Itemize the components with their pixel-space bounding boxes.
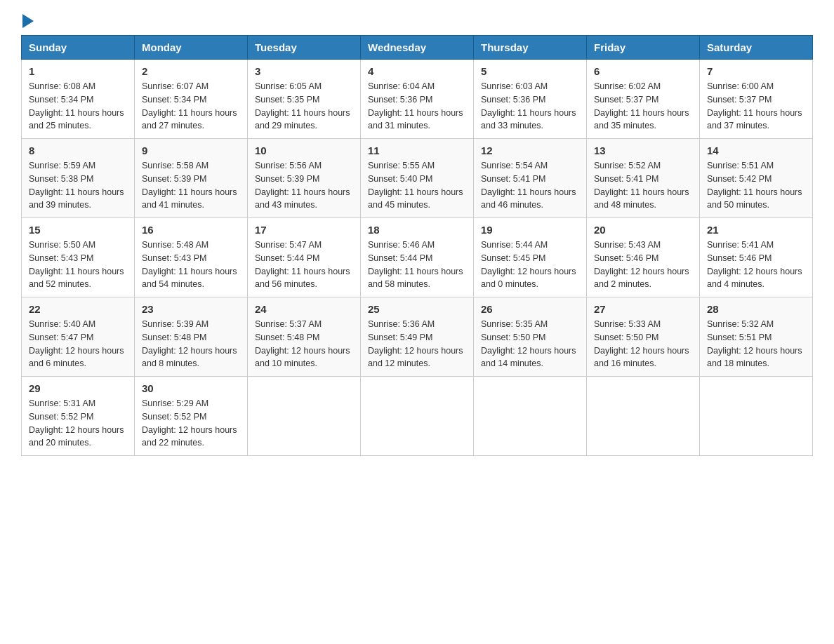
day-number: 19 — [481, 224, 579, 236]
calendar-cell — [587, 377, 700, 456]
day-number: 14 — [707, 145, 805, 156]
calendar-header-row: SundayMondayTuesdayWednesdayThursdayFrid… — [22, 36, 813, 60]
day-info: Sunrise: 5:47 AMSunset: 5:44 PMDaylight:… — [255, 239, 353, 291]
header-cell-thursday: Thursday — [474, 36, 587, 60]
calendar-cell: 5Sunrise: 6:03 AMSunset: 5:36 PMDaylight… — [474, 60, 587, 139]
day-number: 21 — [707, 224, 805, 236]
calendar-table: SundayMondayTuesdayWednesdayThursdayFrid… — [21, 35, 813, 456]
calendar-week-row: 1Sunrise: 6:08 AMSunset: 5:34 PMDaylight… — [22, 60, 813, 139]
day-info: Sunrise: 5:39 AMSunset: 5:48 PMDaylight:… — [142, 318, 240, 370]
calendar-cell: 9Sunrise: 5:58 AMSunset: 5:39 PMDaylight… — [135, 139, 248, 218]
calendar-cell: 18Sunrise: 5:46 AMSunset: 5:44 PMDayligh… — [361, 218, 474, 297]
calendar-week-row: 22Sunrise: 5:40 AMSunset: 5:47 PMDayligh… — [22, 297, 813, 377]
day-info: Sunrise: 6:04 AMSunset: 5:36 PMDaylight:… — [368, 80, 466, 133]
day-number: 24 — [255, 303, 353, 315]
day-info: Sunrise: 5:52 AMSunset: 5:41 PMDaylight:… — [594, 159, 692, 212]
header-cell-sunday: Sunday — [22, 36, 135, 60]
calendar-cell: 6Sunrise: 6:02 AMSunset: 5:37 PMDaylight… — [587, 60, 700, 139]
day-number: 8 — [29, 145, 127, 156]
calendar-cell: 10Sunrise: 5:56 AMSunset: 5:39 PMDayligh… — [248, 139, 361, 218]
calendar-cell: 24Sunrise: 5:37 AMSunset: 5:48 PMDayligh… — [248, 297, 361, 377]
day-number: 6 — [594, 65, 692, 77]
day-info: Sunrise: 5:50 AMSunset: 5:43 PMDaylight:… — [29, 239, 127, 291]
day-number: 10 — [255, 145, 353, 156]
day-number: 13 — [594, 145, 692, 156]
calendar-cell: 30Sunrise: 5:29 AMSunset: 5:52 PMDayligh… — [135, 377, 248, 456]
day-info: Sunrise: 5:56 AMSunset: 5:39 PMDaylight:… — [255, 159, 353, 212]
calendar-cell: 25Sunrise: 5:36 AMSunset: 5:49 PMDayligh… — [361, 297, 474, 377]
day-number: 3 — [255, 65, 353, 77]
day-info: Sunrise: 5:43 AMSunset: 5:46 PMDaylight:… — [594, 239, 692, 291]
calendar-cell: 16Sunrise: 5:48 AMSunset: 5:43 PMDayligh… — [135, 218, 248, 297]
page-header — [21, 14, 813, 28]
calendar-cell — [700, 377, 813, 456]
header-cell-saturday: Saturday — [700, 36, 813, 60]
day-number: 17 — [255, 224, 353, 236]
calendar-cell: 27Sunrise: 5:33 AMSunset: 5:50 PMDayligh… — [587, 297, 700, 377]
day-number: 29 — [29, 382, 127, 394]
calendar-week-row: 29Sunrise: 5:31 AMSunset: 5:52 PMDayligh… — [22, 377, 813, 456]
calendar-cell: 22Sunrise: 5:40 AMSunset: 5:47 PMDayligh… — [22, 297, 135, 377]
day-info: Sunrise: 6:03 AMSunset: 5:36 PMDaylight:… — [481, 80, 579, 133]
header-cell-monday: Monday — [135, 36, 248, 60]
day-number: 27 — [594, 303, 692, 315]
header-cell-tuesday: Tuesday — [248, 36, 361, 60]
calendar-cell — [248, 377, 361, 456]
calendar-cell: 7Sunrise: 6:00 AMSunset: 5:37 PMDaylight… — [700, 60, 813, 139]
day-number: 11 — [368, 145, 466, 156]
calendar-cell: 21Sunrise: 5:41 AMSunset: 5:46 PMDayligh… — [700, 218, 813, 297]
calendar-cell: 12Sunrise: 5:54 AMSunset: 5:41 PMDayligh… — [474, 139, 587, 218]
day-number: 7 — [707, 65, 805, 77]
logo — [21, 14, 35, 28]
day-info: Sunrise: 5:48 AMSunset: 5:43 PMDaylight:… — [142, 239, 240, 291]
day-number: 22 — [29, 303, 127, 315]
day-info: Sunrise: 6:00 AMSunset: 5:37 PMDaylight:… — [707, 80, 805, 133]
day-info: Sunrise: 5:46 AMSunset: 5:44 PMDaylight:… — [368, 239, 466, 291]
day-number: 1 — [29, 65, 127, 77]
day-info: Sunrise: 5:35 AMSunset: 5:50 PMDaylight:… — [481, 318, 579, 370]
calendar-cell: 4Sunrise: 6:04 AMSunset: 5:36 PMDaylight… — [361, 60, 474, 139]
day-info: Sunrise: 5:32 AMSunset: 5:51 PMDaylight:… — [707, 318, 805, 370]
calendar-cell: 23Sunrise: 5:39 AMSunset: 5:48 PMDayligh… — [135, 297, 248, 377]
day-info: Sunrise: 5:37 AMSunset: 5:48 PMDaylight:… — [255, 318, 353, 370]
calendar-cell: 8Sunrise: 5:59 AMSunset: 5:38 PMDaylight… — [22, 139, 135, 218]
day-info: Sunrise: 6:08 AMSunset: 5:34 PMDaylight:… — [29, 80, 127, 133]
day-number: 9 — [142, 145, 240, 156]
header-cell-friday: Friday — [587, 36, 700, 60]
day-number: 2 — [142, 65, 240, 77]
day-info: Sunrise: 5:55 AMSunset: 5:40 PMDaylight:… — [368, 159, 466, 212]
calendar-cell: 11Sunrise: 5:55 AMSunset: 5:40 PMDayligh… — [361, 139, 474, 218]
day-number: 12 — [481, 145, 579, 156]
calendar-cell: 19Sunrise: 5:44 AMSunset: 5:45 PMDayligh… — [474, 218, 587, 297]
calendar-cell: 13Sunrise: 5:52 AMSunset: 5:41 PMDayligh… — [587, 139, 700, 218]
calendar-cell: 3Sunrise: 6:05 AMSunset: 5:35 PMDaylight… — [248, 60, 361, 139]
day-number: 23 — [142, 303, 240, 315]
day-info: Sunrise: 6:05 AMSunset: 5:35 PMDaylight:… — [255, 80, 353, 133]
day-info: Sunrise: 5:40 AMSunset: 5:47 PMDaylight:… — [29, 318, 127, 370]
day-number: 18 — [368, 224, 466, 236]
day-number: 15 — [29, 224, 127, 236]
day-info: Sunrise: 5:54 AMSunset: 5:41 PMDaylight:… — [481, 159, 579, 212]
day-number: 26 — [481, 303, 579, 315]
day-info: Sunrise: 5:51 AMSunset: 5:42 PMDaylight:… — [707, 159, 805, 212]
calendar-cell: 20Sunrise: 5:43 AMSunset: 5:46 PMDayligh… — [587, 218, 700, 297]
calendar-cell: 1Sunrise: 6:08 AMSunset: 5:34 PMDaylight… — [22, 60, 135, 139]
calendar-cell: 14Sunrise: 5:51 AMSunset: 5:42 PMDayligh… — [700, 139, 813, 218]
day-info: Sunrise: 5:29 AMSunset: 5:52 PMDaylight:… — [142, 397, 240, 450]
day-info: Sunrise: 5:36 AMSunset: 5:49 PMDaylight:… — [368, 318, 466, 370]
day-number: 20 — [594, 224, 692, 236]
day-info: Sunrise: 5:41 AMSunset: 5:46 PMDaylight:… — [707, 239, 805, 291]
day-info: Sunrise: 5:58 AMSunset: 5:39 PMDaylight:… — [142, 159, 240, 212]
day-number: 30 — [142, 382, 240, 394]
calendar-cell — [474, 377, 587, 456]
day-info: Sunrise: 6:02 AMSunset: 5:37 PMDaylight:… — [594, 80, 692, 133]
day-number: 5 — [481, 65, 579, 77]
day-info: Sunrise: 6:07 AMSunset: 5:34 PMDaylight:… — [142, 80, 240, 133]
day-info: Sunrise: 5:44 AMSunset: 5:45 PMDaylight:… — [481, 239, 579, 291]
day-number: 28 — [707, 303, 805, 315]
day-number: 25 — [368, 303, 466, 315]
day-number: 16 — [142, 224, 240, 236]
day-info: Sunrise: 5:31 AMSunset: 5:52 PMDaylight:… — [29, 397, 127, 450]
calendar-cell: 17Sunrise: 5:47 AMSunset: 5:44 PMDayligh… — [248, 218, 361, 297]
day-info: Sunrise: 5:33 AMSunset: 5:50 PMDaylight:… — [594, 318, 692, 370]
